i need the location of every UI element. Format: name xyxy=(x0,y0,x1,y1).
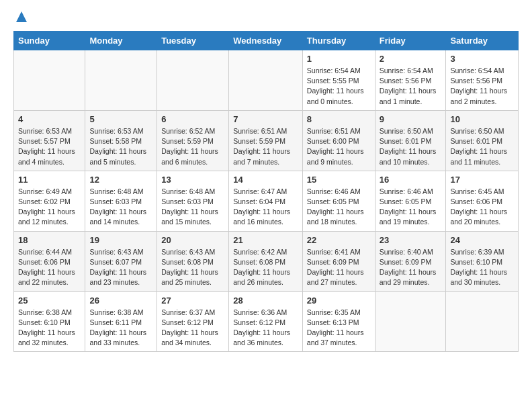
col-header-saturday: Saturday xyxy=(446,32,519,50)
day-number: 11 xyxy=(18,175,81,185)
day-cell: 4Sunrise: 6:53 AM Sunset: 5:57 PM Daylig… xyxy=(14,110,85,171)
day-number: 27 xyxy=(161,295,224,306)
day-info: Sunrise: 6:46 AM Sunset: 6:05 PM Dayligh… xyxy=(307,187,371,228)
day-cell: 8Sunrise: 6:51 AM Sunset: 6:00 PM Daylig… xyxy=(302,110,375,171)
day-number: 4 xyxy=(18,114,81,124)
col-header-monday: Monday xyxy=(85,32,157,50)
day-number: 7 xyxy=(233,114,298,124)
logo-triangle-icon xyxy=(15,11,28,26)
day-cell: 26Sunrise: 6:38 AM Sunset: 6:11 PM Dayli… xyxy=(85,291,157,352)
week-row-2: 4Sunrise: 6:53 AM Sunset: 5:57 PM Daylig… xyxy=(14,110,519,171)
day-cell: 5Sunrise: 6:53 AM Sunset: 5:58 PM Daylig… xyxy=(85,110,157,171)
day-cell: 3Sunrise: 6:54 AM Sunset: 5:56 PM Daylig… xyxy=(446,50,519,111)
day-number: 24 xyxy=(450,235,514,245)
day-number: 18 xyxy=(18,235,81,245)
day-cell: 27Sunrise: 6:37 AM Sunset: 6:12 PM Dayli… xyxy=(157,291,229,352)
day-info: Sunrise: 6:54 AM Sunset: 5:56 PM Dayligh… xyxy=(450,66,514,107)
day-info: Sunrise: 6:36 AM Sunset: 6:12 PM Dayligh… xyxy=(233,308,298,349)
day-cell: 19Sunrise: 6:43 AM Sunset: 6:07 PM Dayli… xyxy=(85,231,157,291)
day-number: 9 xyxy=(380,114,442,124)
day-number: 10 xyxy=(450,114,514,124)
day-info: Sunrise: 6:51 AM Sunset: 5:59 PM Dayligh… xyxy=(233,126,298,167)
day-number: 29 xyxy=(307,295,371,306)
day-number: 25 xyxy=(18,295,81,306)
day-number: 20 xyxy=(161,235,224,245)
day-cell: 15Sunrise: 6:46 AM Sunset: 6:05 PM Dayli… xyxy=(302,171,375,231)
day-number: 17 xyxy=(450,175,514,185)
day-cell: 16Sunrise: 6:46 AM Sunset: 6:05 PM Dayli… xyxy=(375,171,446,231)
day-number: 14 xyxy=(233,175,298,185)
day-number: 16 xyxy=(380,175,442,185)
day-info: Sunrise: 6:39 AM Sunset: 6:10 PM Dayligh… xyxy=(450,247,514,288)
day-number: 26 xyxy=(89,295,152,306)
day-number: 28 xyxy=(233,295,298,306)
day-info: Sunrise: 6:50 AM Sunset: 6:01 PM Dayligh… xyxy=(380,126,442,167)
day-info: Sunrise: 6:38 AM Sunset: 6:10 PM Dayligh… xyxy=(18,308,81,349)
day-cell xyxy=(157,50,229,111)
day-info: Sunrise: 6:48 AM Sunset: 6:03 PM Dayligh… xyxy=(89,187,152,228)
day-cell: 22Sunrise: 6:41 AM Sunset: 6:09 PM Dayli… xyxy=(302,231,375,291)
day-cell: 14Sunrise: 6:47 AM Sunset: 6:04 PM Dayli… xyxy=(229,171,303,231)
day-cell xyxy=(229,50,303,111)
day-cell: 13Sunrise: 6:48 AM Sunset: 6:03 PM Dayli… xyxy=(157,171,229,231)
day-cell: 29Sunrise: 6:35 AM Sunset: 6:13 PM Dayli… xyxy=(302,291,375,352)
week-row-1: 1Sunrise: 6:54 AM Sunset: 5:55 PM Daylig… xyxy=(14,50,519,111)
col-header-tuesday: Tuesday xyxy=(157,32,229,50)
day-cell: 28Sunrise: 6:36 AM Sunset: 6:12 PM Dayli… xyxy=(229,291,303,352)
day-info: Sunrise: 6:45 AM Sunset: 6:06 PM Dayligh… xyxy=(450,187,514,228)
day-cell: 7Sunrise: 6:51 AM Sunset: 5:59 PM Daylig… xyxy=(229,110,303,171)
day-number: 22 xyxy=(307,235,371,245)
day-info: Sunrise: 6:38 AM Sunset: 6:11 PM Dayligh… xyxy=(89,308,152,349)
svg-marker-0 xyxy=(16,11,27,22)
day-cell: 10Sunrise: 6:50 AM Sunset: 6:01 PM Dayli… xyxy=(446,110,519,171)
day-info: Sunrise: 6:49 AM Sunset: 6:02 PM Dayligh… xyxy=(18,187,81,228)
day-info: Sunrise: 6:35 AM Sunset: 6:13 PM Dayligh… xyxy=(307,308,371,349)
day-cell: 23Sunrise: 6:40 AM Sunset: 6:09 PM Dayli… xyxy=(375,231,446,291)
day-cell: 21Sunrise: 6:42 AM Sunset: 6:08 PM Dayli… xyxy=(229,231,303,291)
day-number: 13 xyxy=(161,175,224,185)
calendar-table: SundayMondayTuesdayWednesdayThursdayFrid… xyxy=(13,31,519,352)
day-info: Sunrise: 6:54 AM Sunset: 5:55 PM Dayligh… xyxy=(307,66,371,107)
day-cell: 2Sunrise: 6:54 AM Sunset: 5:56 PM Daylig… xyxy=(375,50,446,111)
week-row-4: 18Sunrise: 6:44 AM Sunset: 6:06 PM Dayli… xyxy=(14,231,519,291)
day-cell xyxy=(375,291,446,352)
day-number: 3 xyxy=(450,54,514,64)
day-info: Sunrise: 6:40 AM Sunset: 6:09 PM Dayligh… xyxy=(380,247,442,288)
day-number: 12 xyxy=(89,175,152,185)
day-number: 21 xyxy=(233,235,298,245)
day-info: Sunrise: 6:53 AM Sunset: 5:57 PM Dayligh… xyxy=(18,126,81,167)
day-cell: 9Sunrise: 6:50 AM Sunset: 6:01 PM Daylig… xyxy=(375,110,446,171)
day-info: Sunrise: 6:51 AM Sunset: 6:00 PM Dayligh… xyxy=(307,126,371,167)
day-info: Sunrise: 6:42 AM Sunset: 6:08 PM Dayligh… xyxy=(233,247,298,288)
logo xyxy=(13,13,28,26)
day-info: Sunrise: 6:52 AM Sunset: 5:59 PM Dayligh… xyxy=(161,126,224,167)
day-number: 1 xyxy=(307,54,371,64)
week-row-5: 25Sunrise: 6:38 AM Sunset: 6:10 PM Dayli… xyxy=(14,291,519,352)
day-number: 5 xyxy=(89,114,152,124)
header xyxy=(13,11,519,26)
day-info: Sunrise: 6:47 AM Sunset: 6:04 PM Dayligh… xyxy=(233,187,298,228)
day-info: Sunrise: 6:44 AM Sunset: 6:06 PM Dayligh… xyxy=(18,247,81,288)
col-header-friday: Friday xyxy=(375,32,446,50)
day-info: Sunrise: 6:41 AM Sunset: 6:09 PM Dayligh… xyxy=(307,247,371,288)
day-info: Sunrise: 6:53 AM Sunset: 5:58 PM Dayligh… xyxy=(89,126,152,167)
col-header-thursday: Thursday xyxy=(302,32,375,50)
day-number: 19 xyxy=(89,235,152,245)
day-info: Sunrise: 6:43 AM Sunset: 6:08 PM Dayligh… xyxy=(161,247,224,288)
day-info: Sunrise: 6:48 AM Sunset: 6:03 PM Dayligh… xyxy=(161,187,224,228)
col-header-wednesday: Wednesday xyxy=(229,32,303,50)
day-info: Sunrise: 6:43 AM Sunset: 6:07 PM Dayligh… xyxy=(89,247,152,288)
col-header-sunday: Sunday xyxy=(14,32,85,50)
day-number: 8 xyxy=(307,114,371,124)
day-cell: 6Sunrise: 6:52 AM Sunset: 5:59 PM Daylig… xyxy=(157,110,229,171)
day-info: Sunrise: 6:46 AM Sunset: 6:05 PM Dayligh… xyxy=(380,187,442,228)
day-number: 6 xyxy=(161,114,224,124)
day-number: 2 xyxy=(380,54,442,64)
day-cell xyxy=(14,50,85,111)
day-cell: 1Sunrise: 6:54 AM Sunset: 5:55 PM Daylig… xyxy=(302,50,375,111)
day-number: 23 xyxy=(380,235,442,245)
day-info: Sunrise: 6:54 AM Sunset: 5:56 PM Dayligh… xyxy=(380,66,442,107)
day-info: Sunrise: 6:37 AM Sunset: 6:12 PM Dayligh… xyxy=(161,308,224,349)
day-number: 15 xyxy=(307,175,371,185)
day-cell xyxy=(446,291,519,352)
